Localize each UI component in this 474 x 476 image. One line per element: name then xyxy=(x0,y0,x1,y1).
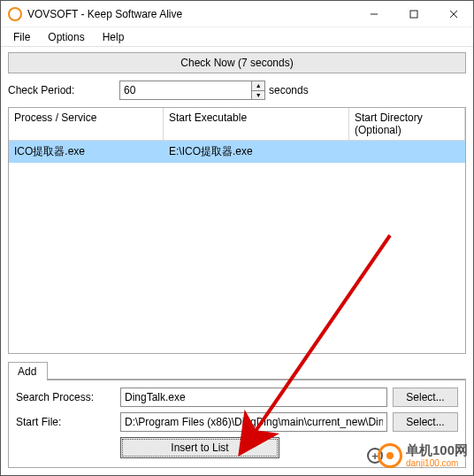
table-header: Process / Service Start Executable Start… xyxy=(9,108,465,141)
close-button[interactable] xyxy=(433,1,473,27)
check-period-spinner[interactable]: ▲ ▼ xyxy=(119,81,265,100)
check-period-label: Check Period: xyxy=(8,84,116,96)
menu-file[interactable]: File xyxy=(4,29,39,45)
menu-options[interactable]: Options xyxy=(39,29,93,45)
process-table: Process / Service Start Executable Start… xyxy=(8,107,466,354)
app-icon xyxy=(8,7,22,21)
check-now-button[interactable]: Check Now (7 seconds) xyxy=(8,52,466,73)
cell-executable: E:\ICO提取器.exe xyxy=(164,141,349,163)
col-process-header[interactable]: Process / Service xyxy=(9,108,164,140)
add-panel: Search Process: Select... Start File: Se… xyxy=(8,380,466,468)
select-file-button[interactable]: Select... xyxy=(393,412,458,432)
insert-to-list-button[interactable]: Insert to List xyxy=(120,437,279,458)
col-directory-header[interactable]: Start Directory (Optional) xyxy=(349,108,465,140)
svg-rect-1 xyxy=(410,11,417,18)
maximize-button[interactable] xyxy=(394,1,433,27)
menu-help[interactable]: Help xyxy=(94,29,134,45)
table-body: ICO提取器.exe E:\ICO提取器.exe xyxy=(9,141,465,353)
cell-process: ICO提取器.exe xyxy=(9,141,164,163)
start-file-input[interactable] xyxy=(120,412,387,432)
spinner-up-icon[interactable]: ▲ xyxy=(252,81,264,91)
cell-directory xyxy=(349,141,465,163)
titlebar: VOVSOFT - Keep Software Alive xyxy=(1,1,473,27)
spinner-down-icon[interactable]: ▼ xyxy=(252,91,264,100)
menubar: File Options Help xyxy=(1,27,473,47)
window-title: VOVSOFT - Keep Software Alive xyxy=(27,8,182,20)
search-process-label: Search Process: xyxy=(16,391,115,403)
check-period-input[interactable] xyxy=(120,81,251,99)
col-executable-header[interactable]: Start Executable xyxy=(164,108,349,140)
select-process-button[interactable]: Select... xyxy=(393,388,458,407)
check-period-unit: seconds xyxy=(269,84,309,96)
tab-add[interactable]: Add xyxy=(8,362,48,380)
minimize-button[interactable] xyxy=(354,1,394,27)
start-file-label: Start File: xyxy=(16,416,115,428)
table-row[interactable]: ICO提取器.exe E:\ICO提取器.exe xyxy=(9,141,465,163)
search-process-input[interactable] xyxy=(120,388,387,407)
app-window: VOVSOFT - Keep Software Alive File Optio… xyxy=(0,0,474,476)
